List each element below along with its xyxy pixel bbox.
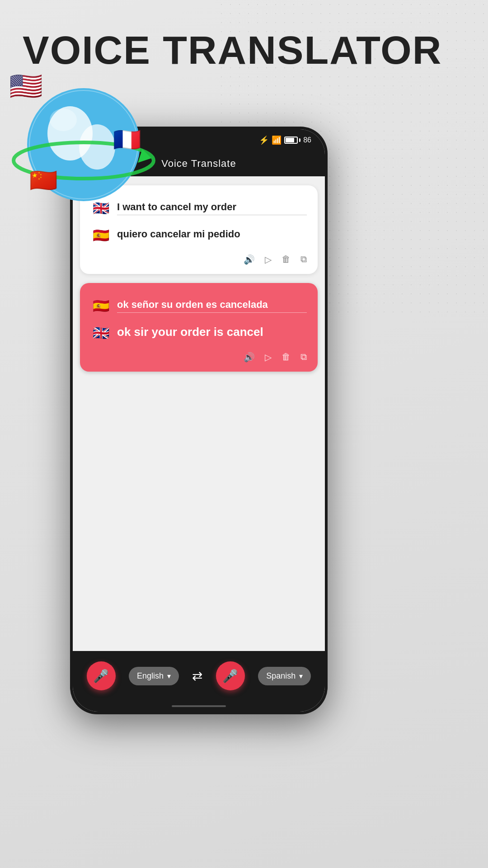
us-flag-badge: 🇺🇸: [9, 70, 43, 102]
play-icon-pink[interactable]: ▷: [265, 352, 272, 363]
source-text-pink: ok señor su orden es cancelada: [117, 299, 307, 313]
home-indicator: [73, 701, 325, 712]
lang-from-text: English: [137, 671, 164, 681]
app-title: VOICE TRANSLATOR: [23, 27, 442, 73]
uk-flag-pink: 🇬🇧: [91, 323, 111, 343]
phone-title-text: Voice Translate: [161, 158, 236, 170]
translation-card-pink: 🇪🇸 ok señor su orden es cancelada 🇬🇧 ok …: [80, 283, 318, 372]
bluetooth-icon: ⚡: [259, 135, 269, 145]
chat-area: 🇬🇧 I want to cancel my order 🇪🇸 quiero c…: [73, 176, 325, 651]
card-actions-pink: 🔊 ▷ 🗑 ⧉: [91, 352, 307, 363]
mic-button-right[interactable]: 🎤: [216, 661, 245, 690]
delete-icon-white[interactable]: 🗑: [282, 254, 291, 265]
lang-to-arrow: ▾: [299, 672, 303, 680]
cn-flag-badge: 🇨🇳: [29, 167, 57, 193]
phone-frame: G ⚡ 📶 86 Voice Translate: [70, 127, 328, 714]
mic-icon-left: 🎤: [93, 669, 109, 684]
bottom-bar: 🎤 English ▾ ⇄ 🎤 Spanish ▾: [73, 651, 325, 701]
es-flag-white: 🇪🇸: [91, 225, 111, 245]
wifi-icon: 📶: [272, 135, 282, 145]
delete-icon-pink[interactable]: 🗑: [282, 352, 291, 363]
target-text-white: quiero cancelar mi pedido: [117, 228, 307, 242]
lang-from-arrow: ▾: [167, 672, 171, 680]
lang-from-button[interactable]: English ▾: [129, 667, 179, 685]
fr-flag-badge: 🇫🇷: [113, 127, 141, 153]
volume-icon-pink[interactable]: 🔊: [244, 352, 255, 363]
battery-indicator: [284, 137, 300, 144]
card-actions-white: 🔊 ▷ 🗑 ⧉: [91, 254, 307, 265]
copy-icon-white[interactable]: ⧉: [300, 254, 307, 265]
swap-languages-icon[interactable]: ⇄: [192, 669, 202, 684]
svg-point-6: [50, 108, 77, 131]
target-text-pink: ok sir your order is cancel: [117, 325, 307, 341]
target-row-pink: 🇬🇧 ok sir your order is cancel: [91, 319, 307, 346]
lang-to-button[interactable]: Spanish ▾: [258, 667, 311, 685]
mic-button-left[interactable]: 🎤: [87, 661, 116, 690]
volume-icon-white[interactable]: 🔊: [244, 254, 255, 265]
play-icon-white[interactable]: ▷: [265, 254, 272, 265]
svg-point-2: [79, 124, 115, 170]
mic-icon-right: 🎤: [222, 669, 238, 684]
copy-icon-pink[interactable]: ⧉: [300, 352, 307, 363]
target-row-white: 🇪🇸 quiero cancelar mi pedido: [91, 222, 307, 249]
battery-text: 86: [303, 136, 311, 144]
es-flag-pink: 🇪🇸: [91, 296, 111, 316]
source-row-pink: 🇪🇸 ok señor su orden es cancelada: [91, 292, 307, 319]
status-right: ⚡ 📶 86: [259, 135, 311, 145]
lang-to-text: Spanish: [266, 671, 296, 681]
home-bar: [172, 705, 226, 707]
